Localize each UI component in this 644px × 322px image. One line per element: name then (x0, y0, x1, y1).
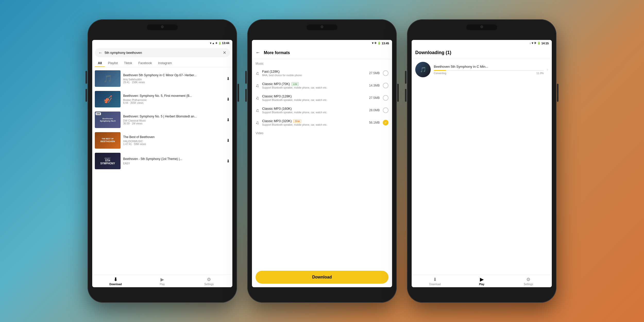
volume-down-button[interactable] (86, 89, 87, 102)
wifi-icon: ▾ (210, 42, 211, 45)
airplane-icon-3: ✈ (534, 41, 536, 45)
download-icon-4[interactable]: ⬇ (226, 138, 230, 143)
vol-dn-3[interactable] (405, 89, 406, 102)
battery-icon: 🔋 (218, 42, 221, 45)
format-item-mp3-70k[interactable]: ♫ Classic MP3 (70K) Low Support Bluetoot… (252, 79, 392, 92)
result-thumb-1: 🎵 (95, 70, 121, 87)
download-icon-1[interactable]: ⬇ (226, 76, 230, 81)
status-bar-2: ▾ ✈ 🔋 13:45 (252, 40, 392, 46)
search-input[interactable] (105, 51, 221, 55)
list-item[interactable]: 🎵 Beethoven 5th Symphony in C Minor Op.6… (92, 68, 232, 89)
result-channel-5: EASY (123, 162, 224, 165)
list-item[interactable]: Beethoven Symphony No.5 DW Beethoven: Sy… (92, 109, 232, 130)
format-desc-5: Support Bluetooth speaker, mobile phone,… (262, 123, 366, 126)
download-button[interactable]: Download (256, 271, 388, 284)
tab-instagram[interactable]: Instagram (155, 59, 175, 67)
power-2[interactable] (397, 84, 399, 102)
list-item[interactable]: EASY 5TH SYMPHONY Beethoven - 5th Sympho… (92, 151, 232, 171)
result-info-4: The Best of Beethoven HALIDONMUSIC 1:47:… (123, 135, 224, 146)
format-name-4: Classic MP3 (160K) (262, 107, 366, 111)
slow-badge: Slow (293, 119, 301, 123)
search-bar[interactable]: ← ✕ (95, 48, 230, 57)
tab-all[interactable]: All (95, 59, 105, 67)
tab-playlist[interactable]: Playlist (105, 59, 121, 67)
status-icons-2: ▾ ✈ 🔋 13:45 (372, 41, 389, 45)
nav-play-1[interactable]: ▶ Play (139, 275, 185, 287)
format-header-title: More formats (264, 50, 290, 55)
downloading-header: Downloading (1) (412, 46, 552, 58)
format-item-mp3-160k[interactable]: ♫ Classic MP3 (160K) Support Bluetooth s… (252, 104, 392, 116)
status-time-2: 13:45 (382, 42, 389, 45)
download-icon-3[interactable]: ⬇ (226, 117, 230, 122)
format-size-2: 14.3MB (369, 84, 380, 87)
format-radio-4[interactable] (383, 107, 388, 113)
format-item-mp3-128k[interactable]: ♫ Classic MP3 (128K) Support Bluetooth s… (252, 92, 392, 104)
format-desc-1: M4A, best choice for mobile phone (262, 74, 366, 77)
formats-scroll: Music ♫ Fast (128K) M4A, best choice for… (252, 59, 392, 267)
format-name-1: Fast (128K) (262, 70, 366, 73)
music-note-icon-2: ♫ (256, 83, 259, 88)
download-icon-2[interactable]: ⬇ (226, 97, 230, 102)
thumb-bg-2: 🎻 (95, 91, 121, 107)
nav-settings-3[interactable]: ⚙ Settings (505, 275, 552, 287)
power-button[interactable] (238, 84, 239, 102)
format-info-4: Classic MP3 (160K) Support Bluetooth spe… (262, 107, 366, 114)
signal-icon-3: ↑ (529, 42, 531, 45)
vol-dn-2[interactable] (245, 89, 247, 102)
phone-2: ▾ ✈ 🔋 13:45 ← More formats Music ♫ (247, 19, 397, 303)
battery-icon-3: 🔋 (537, 41, 541, 45)
result-title-5: Beethoven - 5th Symphony (1st Theme) |..… (123, 157, 224, 161)
format-back-icon[interactable]: ← (256, 50, 260, 55)
phone-1-frame: ▾ ▲ ✈ 🔋 13:44 ← ✕ All Playlist Tiktok Fa… (88, 19, 237, 303)
format-radio-3[interactable] (383, 95, 388, 101)
search-clear-icon[interactable]: ✕ (223, 50, 226, 55)
format-item-fast128[interactable]: ♫ Fast (128K) M4A, best choice for mobil… (252, 67, 392, 79)
video-section-label: Video (252, 129, 392, 137)
nav-download-3[interactable]: ⬇ Download (412, 275, 458, 287)
format-radio-5[interactable]: ✓ (383, 120, 388, 125)
wifi-icon-3: ▾ (532, 41, 533, 45)
download-item[interactable]: 🎵 Beethoven 5th Symphony in C Min... Con… (412, 58, 552, 81)
format-radio-1[interactable] (383, 70, 388, 76)
format-info-5: Classic MP3 (320K) Slow Support Bluetoot… (262, 119, 366, 126)
wifi-icon-2: ▾ (372, 41, 374, 45)
download-icon-5[interactable]: ⬇ (226, 159, 230, 164)
spacer (412, 81, 552, 274)
format-item-mp3-320k[interactable]: ♫ Classic MP3 (320K) Slow Support Blueto… (252, 116, 392, 129)
progress-bar (434, 70, 544, 71)
volume-up-button[interactable] (86, 71, 87, 84)
tab-tiktok[interactable]: Tiktok (121, 59, 135, 67)
list-item[interactable]: 🎻 Beethoven: Symphony No. 5, First movem… (92, 89, 232, 109)
result-info-2: Beethoven: Symphony No. 5, First movemen… (123, 94, 224, 105)
result-meta-2: 6:44 · 355K views (123, 101, 224, 104)
signal-icon: ▲ (212, 42, 215, 45)
download-info: Beethoven 5th Symphony in C Min... Conve… (434, 65, 544, 75)
result-thumb-5: EASY 5TH SYMPHONY (95, 153, 121, 169)
vol-up-3[interactable] (405, 71, 406, 84)
search-back-icon[interactable]: ← (98, 50, 103, 55)
download-status: Converting 11.0% (434, 72, 544, 75)
format-name-5: Classic MP3 (320K) Slow (262, 119, 366, 123)
result-info-1: Beethoven 5th Symphony in C Minor Op.67-… (123, 73, 224, 84)
orchestra-image-2: 🎻 (103, 95, 112, 104)
format-name-2: Classic MP3 (70K) Low (262, 82, 366, 86)
phone-2-screen: ▾ ✈ 🔋 13:45 ← More formats Music ♫ (252, 40, 392, 287)
download-btn-container: Download (252, 267, 392, 287)
format-info-3: Classic MP3 (128K) Support Bluetooth spe… (262, 94, 366, 101)
nav-play-3[interactable]: ▶ Play (458, 275, 505, 287)
tab-facebook[interactable]: Facebook (135, 59, 155, 67)
conductor-image-1: 🎵 (103, 74, 112, 83)
format-size-1: 27.5MB (369, 71, 380, 75)
phone-camera (161, 26, 164, 28)
power-3[interactable] (557, 84, 558, 102)
download-item-arrow: › (547, 67, 548, 72)
status-icons-3: ↑ ▾ ✈ 🔋 14:15 (529, 41, 549, 45)
nav-settings-1[interactable]: ⚙ Settings (186, 275, 232, 287)
result-title-3: Beethoven: Symphony No. 5 | Herbert Blom… (123, 115, 224, 119)
download-nav-icon-3: ⬇ (433, 277, 437, 282)
nav-download-1[interactable]: ⬇ Download (92, 275, 139, 287)
list-item[interactable]: THE BEST OF BEETHOVEN The Best of Beetho… (92, 130, 232, 151)
download-nav-icon-1: ⬇ (114, 277, 117, 282)
vol-up-2[interactable] (245, 71, 247, 84)
format-radio-2[interactable] (383, 83, 388, 88)
